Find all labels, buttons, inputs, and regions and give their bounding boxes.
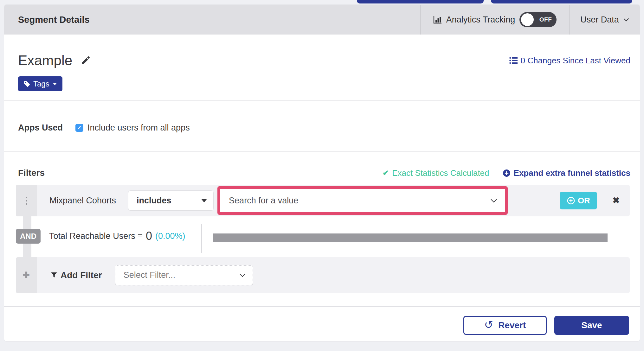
segment-details-header: Segment Details Analytics Tracking OFF U… — [4, 5, 640, 35]
add-filter-label: Add Filter — [61, 270, 102, 280]
total-reachable-users: Total Reachable Users = 0 (0.00%) — [49, 227, 185, 246]
filter-operator-select[interactable]: includes — [128, 190, 214, 211]
check-icon: ✔ — [383, 169, 389, 177]
footer-actions: ↺ Revert Save — [463, 316, 629, 335]
or-button-label: OR — [578, 196, 590, 206]
exact-statistics-status: ✔ Exact Statistics Calculated — [383, 168, 489, 178]
tags-button[interactable]: Tags — [18, 76, 62, 91]
analytics-tracking-control: Analytics Tracking OFF — [421, 5, 569, 35]
drag-dot — [26, 200, 27, 201]
section-divider — [4, 100, 640, 101]
filters-heading-row: Filters ✔ Exact Statistics Calculated Ex… — [18, 165, 630, 181]
analytics-tracking-toggle[interactable]: OFF — [519, 12, 557, 27]
toggle-state-label: OFF — [539, 16, 552, 23]
expand-link-label: Expand extra funnel statistics — [514, 168, 630, 178]
edit-name-button[interactable] — [80, 55, 91, 66]
expand-funnel-statistics-link[interactable]: Expand extra funnel statistics — [503, 168, 630, 178]
filters-heading: Filters — [18, 168, 45, 178]
include-all-apps-label: Include users from all apps — [87, 123, 190, 133]
add-filter-row: ✚ Add Filter Select Filter... — [16, 257, 630, 293]
apps-used-row: Apps Used ✓ Include users from all apps — [18, 116, 190, 139]
exact-statistics-label: Exact Statistics Calculated — [392, 168, 489, 178]
user-data-label: User Data — [580, 15, 619, 25]
drag-dot — [26, 203, 27, 205]
analytics-tracking-label: Analytics Tracking — [446, 15, 515, 25]
funnel-icon — [51, 272, 57, 278]
select-filter-placeholder: Select Filter... — [124, 270, 176, 280]
reachable-users-progress-bar — [213, 233, 608, 242]
filter-field-label: Mixpanel Cohorts — [49, 196, 116, 206]
and-badge: AND — [16, 229, 41, 244]
section-divider — [4, 151, 640, 152]
reachable-users-label: Total Reachable Users = — [49, 231, 143, 241]
changes-link-label: 0 Changes Since Last Viewed — [521, 56, 630, 66]
footer-divider — [4, 306, 640, 307]
revert-arrow-icon: ↺ — [484, 319, 493, 330]
add-or-condition-button[interactable]: OR — [560, 192, 597, 209]
pencil-icon — [80, 55, 91, 66]
filter-operator-value: includes — [137, 196, 171, 206]
user-data-menu[interactable]: User Data — [570, 5, 640, 35]
chevron-down-icon — [623, 18, 629, 22]
page-title: Segment Details — [18, 5, 90, 35]
plus-circle-icon — [567, 197, 575, 205]
segment-name-row: Example 0 Changes Since Last Viewed — [18, 49, 630, 72]
include-all-apps-checkbox[interactable]: ✓ — [75, 124, 83, 132]
close-icon: ✖ — [612, 196, 620, 205]
plus-icon: ✚ — [23, 270, 30, 280]
change-list-icon — [509, 57, 518, 64]
filter-value-select-highlighted[interactable]: Search for a value — [217, 186, 508, 215]
tag-icon — [23, 80, 30, 87]
segment-name: Example — [18, 53, 72, 68]
reachable-users-percent: (0.00%) — [155, 231, 185, 241]
plus-circle-icon — [503, 169, 511, 177]
reachable-users-value: 0 — [146, 229, 152, 243]
changes-since-last-viewed-link[interactable]: 0 Changes Since Last Viewed — [509, 56, 630, 66]
top-toolbar-button-right[interactable] — [491, 0, 632, 3]
select-filter-dropdown[interactable]: Select Filter... — [115, 265, 253, 285]
bar-chart-icon — [433, 16, 442, 24]
revert-button-label: Revert — [498, 320, 526, 330]
filter-value-placeholder: Search for a value — [229, 196, 298, 206]
header-right-controls: Analytics Tracking OFF User Data — [420, 5, 640, 35]
filter-row: Mixpanel Cohorts includes Search for a v… — [16, 185, 630, 216]
tags-button-label: Tags — [33, 80, 49, 88]
vertical-divider — [201, 224, 202, 253]
checkmark-icon: ✓ — [77, 124, 82, 131]
save-button-label: Save — [581, 320, 602, 330]
chevron-down-icon — [490, 199, 497, 203]
add-filter-label-group: Add Filter — [51, 270, 102, 280]
remove-filter-button[interactable]: ✖ — [612, 195, 620, 206]
caret-down-icon — [201, 199, 207, 202]
drag-dot — [26, 197, 27, 198]
segment-details-card: Segment Details Analytics Tracking OFF U… — [4, 4, 640, 341]
toggle-knob — [521, 13, 534, 26]
revert-button[interactable]: ↺ Revert — [463, 316, 547, 335]
caret-down-icon — [53, 83, 57, 85]
apps-used-label: Apps Used — [18, 123, 75, 133]
chevron-down-icon — [239, 273, 246, 277]
add-filter-gutter: ✚ — [16, 257, 37, 293]
top-toolbar-button-left[interactable] — [357, 0, 484, 3]
save-button[interactable]: Save — [554, 316, 629, 335]
filter-drag-handle[interactable] — [16, 185, 37, 216]
